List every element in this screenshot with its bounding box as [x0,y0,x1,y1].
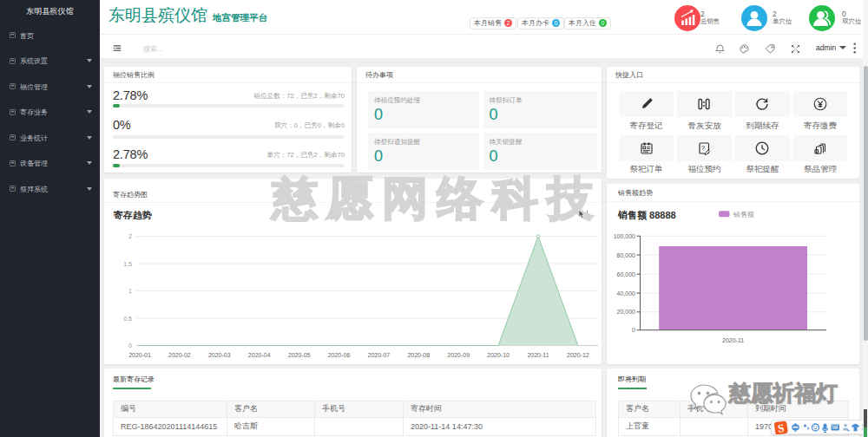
svg-text:2020-06: 2020-06 [328,352,351,358]
svg-text:2020-05: 2020-05 [288,352,311,358]
svg-text:2020-03: 2020-03 [208,352,231,358]
svg-text:2020-10: 2020-10 [487,352,510,358]
svg-text:0: 0 [632,327,635,333]
svg-text:0.5: 0.5 [123,315,132,321]
svg-text:2020-02: 2020-02 [168,352,191,358]
svg-text:0: 0 [128,342,132,349]
svg-text:销售额: 销售额 [733,211,754,218]
svg-text:2020-11: 2020-11 [527,352,549,358]
svg-text:60,000: 60,000 [617,271,636,277]
svg-text:2020-11: 2020-11 [722,337,744,343]
svg-text:1: 1 [128,288,132,294]
svg-text:100,000: 100,000 [614,233,635,239]
svg-text:?: ? [701,143,706,151]
svg-text:2020-01: 2020-01 [128,352,151,358]
svg-text:2020-09: 2020-09 [447,352,470,358]
svg-text:2: 2 [128,233,132,239]
svg-text:2020-12: 2020-12 [567,352,589,358]
svg-text:1.5: 1.5 [123,260,132,266]
svg-text:2020-04: 2020-04 [248,352,271,358]
svg-text:2020-08: 2020-08 [407,352,430,358]
svg-text:40,000: 40,000 [617,290,636,297]
svg-text:20,000: 20,000 [617,309,636,315]
svg-text:80,000: 80,000 [617,252,636,258]
svg-text:2020-07: 2020-07 [368,352,391,358]
